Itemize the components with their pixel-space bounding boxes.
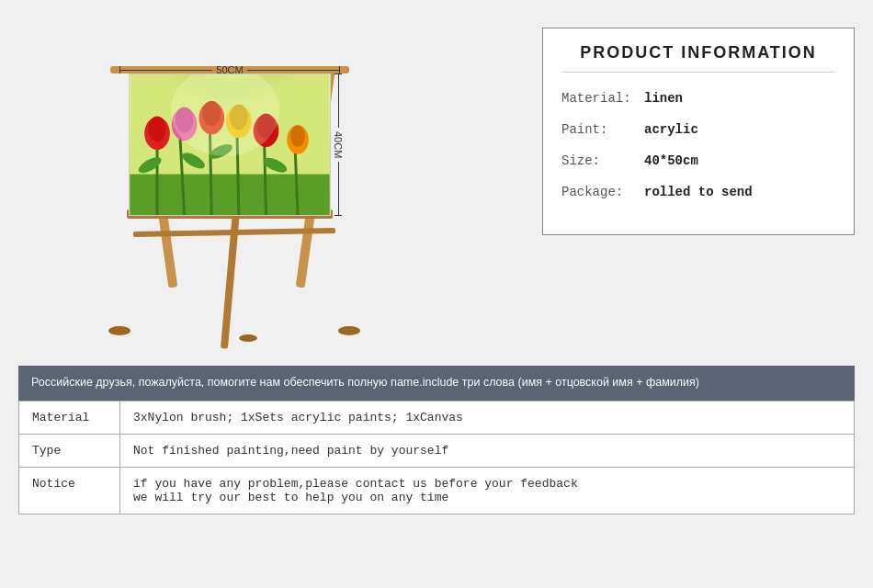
dim-line-horizontal-2 bbox=[247, 70, 339, 71]
svg-point-33 bbox=[290, 125, 305, 147]
table-row-material: Material 3xNylon brush; 1xSets acrylic p… bbox=[19, 401, 855, 434]
dim-tick-right bbox=[339, 66, 340, 74]
info-row-package: Package: rolled to send bbox=[561, 185, 835, 199]
dimension-width: 50CM bbox=[119, 64, 340, 75]
info-row-paint: Paint: acrylic bbox=[561, 122, 835, 137]
top-section: 50CM 40CM bbox=[18, 9, 855, 358]
material-value: linen bbox=[644, 91, 683, 106]
notice-line2: we will try our best to help you on any … bbox=[133, 491, 448, 504]
material-label: Material: bbox=[561, 91, 644, 106]
table-label-material: Material bbox=[19, 401, 120, 434]
dim-line-horizontal bbox=[120, 70, 212, 71]
paint-label: Paint: bbox=[561, 122, 644, 137]
svg-rect-11 bbox=[130, 175, 329, 215]
page: 50CM 40CM bbox=[0, 0, 873, 588]
package-value: rolled to send bbox=[644, 185, 753, 199]
notice-line1: if you have any problem,please contact u… bbox=[133, 477, 578, 491]
product-info-box: PRODUCT INFORMATION Material: linen Pain… bbox=[542, 28, 855, 235]
product-info-title: PRODUCT INFORMATION bbox=[561, 43, 835, 73]
tulip-scene bbox=[130, 74, 330, 215]
dim-tick-bottom bbox=[334, 215, 342, 216]
svg-point-23 bbox=[148, 116, 166, 141]
size-value: 40*50cm bbox=[644, 153, 698, 168]
table-label-notice: Notice bbox=[19, 467, 120, 514]
russian-text: Российские друзья, пожалуйста, помогите … bbox=[31, 376, 699, 389]
table-value-material: 3xNylon brush; 1xSets acrylic paints; 1x… bbox=[120, 401, 855, 434]
details-table: Material 3xNylon brush; 1xSets acrylic p… bbox=[18, 401, 855, 514]
dimension-height: 40CM bbox=[333, 74, 344, 216]
info-row-material: Material: linen bbox=[561, 91, 835, 106]
svg-point-6 bbox=[108, 326, 130, 335]
svg-line-16 bbox=[265, 138, 266, 215]
height-label: 40CM bbox=[333, 128, 344, 162]
package-label: Package: bbox=[561, 185, 644, 199]
easel-area: 50CM 40CM bbox=[18, 18, 459, 349]
dim-line-vertical bbox=[338, 74, 339, 128]
russian-banner: Российские друзья, пожалуйста, помогите … bbox=[18, 366, 855, 401]
size-label: Size: bbox=[561, 153, 644, 168]
svg-point-7 bbox=[338, 326, 360, 335]
table-row-type: Type Not finished painting,need paint by… bbox=[19, 434, 855, 467]
svg-point-8 bbox=[239, 334, 257, 342]
table-label-type: Type bbox=[19, 434, 120, 467]
dim-line-vertical-2 bbox=[338, 162, 339, 215]
table-value-type: Not finished painting,need paint by your… bbox=[120, 434, 855, 467]
paint-value: acrylic bbox=[644, 122, 698, 137]
table-value-notice: if you have any problem,please contact u… bbox=[120, 467, 855, 514]
table-row-notice: Notice if you have any problem,please co… bbox=[19, 467, 855, 514]
info-row-size: Size: 40*50cm bbox=[561, 153, 835, 168]
width-label: 50CM bbox=[212, 64, 246, 75]
canvas-artwork bbox=[129, 74, 331, 216]
